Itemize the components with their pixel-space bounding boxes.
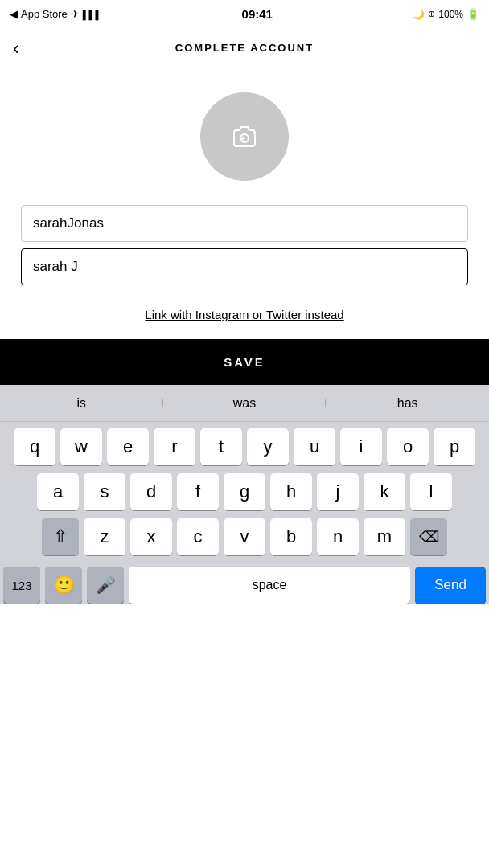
content-area: + Link with Instagram or Twitter instead… bbox=[0, 68, 489, 385]
key-q[interactable]: q bbox=[14, 428, 55, 465]
key-u[interactable]: u bbox=[294, 428, 335, 465]
svg-text:+: + bbox=[240, 134, 245, 143]
moon-icon: 🌙 bbox=[413, 9, 425, 20]
key-z[interactable]: z bbox=[84, 518, 125, 555]
key-a[interactable]: a bbox=[37, 473, 79, 510]
status-time: 09:41 bbox=[242, 7, 273, 21]
space-key[interactable]: space bbox=[129, 567, 410, 604]
key-i[interactable]: i bbox=[340, 428, 382, 465]
key-n[interactable]: n bbox=[317, 518, 359, 555]
app-store-label: App Store bbox=[21, 8, 68, 20]
fullname-field[interactable] bbox=[21, 248, 468, 285]
delete-key[interactable]: ⌫ bbox=[410, 518, 447, 555]
page-title: COMPLETE ACCOUNT bbox=[175, 42, 314, 54]
key-g[interactable]: g bbox=[224, 473, 265, 510]
signal-icon: ▌▌▌ bbox=[83, 10, 101, 19]
key-o[interactable]: o bbox=[387, 428, 429, 465]
key-r[interactable]: r bbox=[154, 428, 195, 465]
autocomplete-word-2[interactable]: was bbox=[163, 396, 327, 411]
key-m[interactable]: m bbox=[364, 518, 405, 555]
battery-icon: 🔋 bbox=[466, 8, 479, 20]
numbers-key[interactable]: 123 bbox=[3, 567, 40, 604]
key-l[interactable]: l bbox=[410, 473, 452, 510]
avatar-upload-button[interactable]: + bbox=[200, 92, 289, 181]
autocomplete-bar: is was has bbox=[0, 385, 489, 422]
form-area bbox=[0, 205, 489, 292]
key-v[interactable]: v bbox=[224, 518, 265, 555]
nav-bar: ‹ COMPLETE ACCOUNT bbox=[0, 28, 489, 68]
key-c[interactable]: c bbox=[177, 518, 219, 555]
key-e[interactable]: e bbox=[107, 428, 149, 465]
keyboard-rows: q w e r t y u i o p a s d f g h j k l ⇧ … bbox=[0, 422, 489, 567]
key-row-2: a s d f g h j k l bbox=[3, 473, 486, 510]
avatar-container: + bbox=[0, 92, 489, 181]
status-right: 🌙 ⊕ 100% 🔋 bbox=[413, 8, 479, 20]
back-button[interactable]: ‹ bbox=[13, 39, 19, 58]
save-button[interactable]: SAVE bbox=[0, 339, 489, 385]
key-y[interactable]: y bbox=[247, 428, 289, 465]
link-area: Link with Instagram or Twitter instead bbox=[0, 308, 489, 321]
username-field[interactable] bbox=[21, 205, 468, 242]
airplane-icon: ✈ bbox=[71, 8, 80, 20]
shift-key[interactable]: ⇧ bbox=[42, 518, 79, 555]
svg-point-1 bbox=[253, 131, 256, 134]
bottom-row: 123 🙂 🎤 space Send bbox=[0, 567, 489, 604]
emoji-key[interactable]: 🙂 bbox=[45, 567, 82, 604]
back-arrow-icon: ◀ bbox=[10, 8, 18, 20]
key-d[interactable]: d bbox=[130, 473, 172, 510]
key-s[interactable]: s bbox=[84, 473, 125, 510]
status-bar: ◀ App Store ✈ ▌▌▌ 09:41 🌙 ⊕ 100% 🔋 bbox=[0, 0, 489, 28]
camera-icon: + bbox=[227, 119, 262, 154]
key-j[interactable]: j bbox=[317, 473, 359, 510]
key-k[interactable]: k bbox=[364, 473, 405, 510]
mic-key[interactable]: 🎤 bbox=[87, 567, 124, 604]
key-x[interactable]: x bbox=[130, 518, 172, 555]
key-f[interactable]: f bbox=[177, 473, 219, 510]
battery-percent: 100% bbox=[438, 9, 463, 20]
key-p[interactable]: p bbox=[434, 428, 475, 465]
key-h[interactable]: h bbox=[270, 473, 312, 510]
autocomplete-word-1[interactable]: is bbox=[0, 396, 163, 411]
key-b[interactable]: b bbox=[270, 518, 312, 555]
status-left: ◀ App Store ✈ ▌▌▌ bbox=[10, 8, 101, 20]
send-key[interactable]: Send bbox=[415, 567, 486, 604]
autocomplete-word-3[interactable]: has bbox=[326, 396, 489, 411]
instagram-twitter-link[interactable]: Link with Instagram or Twitter instead bbox=[145, 308, 343, 321]
key-row-1: q w e r t y u i o p bbox=[3, 428, 486, 465]
location-icon: ⊕ bbox=[428, 9, 435, 19]
key-w[interactable]: w bbox=[60, 428, 102, 465]
keyboard: is was has q w e r t y u i o p a s d f g… bbox=[0, 385, 489, 604]
key-row-3: ⇧ z x c v b n m ⌫ bbox=[3, 518, 486, 555]
key-t[interactable]: t bbox=[200, 428, 242, 465]
